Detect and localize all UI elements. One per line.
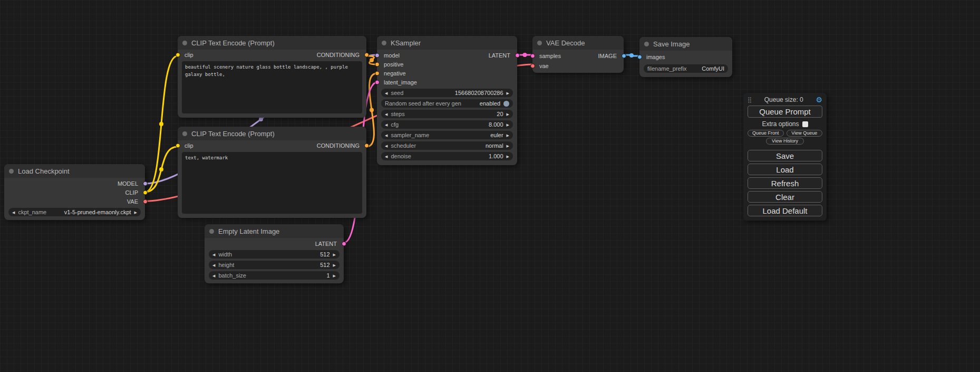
decrement-arrow-icon[interactable]: ◀ bbox=[385, 112, 387, 116]
port-dot-clip-input[interactable] bbox=[176, 144, 180, 148]
increment-arrow-icon[interactable]: ▶ bbox=[507, 123, 509, 127]
node-load-checkpoint[interactable]: Load Checkpoint MODEL CLIP VAE ◀ ckpt_na… bbox=[4, 164, 145, 220]
view-queue-button[interactable]: View Queue bbox=[787, 130, 823, 137]
collapse-dot-icon[interactable] bbox=[382, 41, 386, 45]
port-dot-clip-input[interactable] bbox=[176, 53, 180, 58]
collapse-dot-icon[interactable] bbox=[644, 42, 649, 46]
port-label-latent-image: latent_image bbox=[384, 79, 417, 85]
widget-label: cfg bbox=[391, 121, 399, 128]
node-empty-latent-image[interactable]: Empty Latent Image LATENT ◀ width 512 ▶ … bbox=[205, 224, 344, 283]
decrement-arrow-icon[interactable]: ◀ bbox=[385, 155, 387, 158]
port-row-negative: negative bbox=[377, 69, 517, 78]
queue-front-button[interactable]: Queue Front bbox=[748, 130, 784, 137]
widget-batch-size[interactable]: ◀ batch_size 1 ▶ bbox=[209, 271, 339, 280]
increment-arrow-icon[interactable]: ▶ bbox=[507, 91, 509, 95]
node-title-bar[interactable]: Empty Latent Image bbox=[205, 224, 344, 238]
node-clip-text-encode-positive[interactable]: CLIP Text Encode (Prompt) clip CONDITION… bbox=[178, 36, 366, 118]
widget-denoise[interactable]: ◀ denoise 1.000 ▶ bbox=[381, 152, 513, 160]
port-dot-model-input[interactable] bbox=[375, 53, 380, 58]
port-dot-model-output[interactable] bbox=[143, 181, 148, 186]
widget-steps[interactable]: ◀ steps 20 ▶ bbox=[381, 110, 513, 118]
port-row-samples: samples IMAGE bbox=[532, 51, 624, 61]
widget-label: height bbox=[218, 262, 234, 268]
node-title-bar[interactable]: Load Checkpoint bbox=[4, 164, 145, 178]
node-vae-decode[interactable]: VAE Decode samples IMAGE vae bbox=[532, 36, 624, 73]
widget-ckpt-name[interactable]: ◀ ckpt_name v1-5-pruned-emaonly.ckpt ▶ bbox=[8, 208, 141, 216]
load-button[interactable]: Load bbox=[748, 164, 822, 175]
port-dot-negative-input[interactable] bbox=[375, 71, 380, 75]
load-default-button[interactable]: Load Default bbox=[748, 205, 822, 216]
port-dot-vae-input[interactable] bbox=[530, 63, 535, 68]
port-dot-images-input[interactable] bbox=[637, 55, 642, 60]
node-save-image[interactable]: Save Image images filename_prefix ComfyU… bbox=[639, 37, 732, 77]
widget-width[interactable]: ◀ width 512 ▶ bbox=[209, 250, 339, 259]
decrement-arrow-icon[interactable]: ◀ bbox=[385, 133, 387, 137]
increment-arrow-icon[interactable]: ▶ bbox=[507, 112, 509, 116]
node-title-bar[interactable]: KSampler bbox=[377, 36, 517, 50]
port-dot-latent-image-input[interactable] bbox=[375, 80, 380, 84]
increment-arrow-icon[interactable]: ▶ bbox=[507, 133, 509, 137]
toggle-knob-icon[interactable] bbox=[503, 101, 509, 107]
comfyui-canvas[interactable]: Load Checkpoint MODEL CLIP VAE ◀ ckpt_na… bbox=[0, 0, 980, 372]
collapse-dot-icon[interactable] bbox=[9, 169, 14, 174]
decrement-arrow-icon[interactable]: ◀ bbox=[212, 253, 215, 256]
collapse-dot-icon[interactable] bbox=[209, 229, 214, 234]
port-dot-positive-input[interactable] bbox=[375, 62, 380, 66]
collapse-dot-icon[interactable] bbox=[537, 41, 542, 45]
widget-seed[interactable]: ◀ seed 156680208700286 ▶ bbox=[381, 89, 513, 97]
widget-filename-prefix[interactable]: filename_prefix ComfyUI bbox=[644, 64, 728, 73]
port-row-images: images bbox=[639, 52, 732, 62]
port-label-clip: clip bbox=[185, 142, 193, 149]
port-dot-samples-input[interactable] bbox=[530, 54, 535, 59]
refresh-button[interactable]: Refresh bbox=[748, 177, 822, 189]
increment-arrow-icon[interactable]: ▶ bbox=[333, 253, 336, 256]
port-dot-clip-output[interactable] bbox=[143, 190, 148, 195]
port-dot-conditioning-output[interactable] bbox=[364, 144, 369, 148]
node-clip-text-encode-negative[interactable]: CLIP Text Encode (Prompt) clip CONDITION… bbox=[178, 127, 366, 218]
port-dot-vae-output[interactable] bbox=[143, 199, 148, 204]
node-ksampler[interactable]: KSampler model LATENT positive negative … bbox=[377, 36, 517, 165]
save-button[interactable]: Save bbox=[748, 150, 822, 161]
widget-sampler-name[interactable]: ◀ sampler_name euler ▶ bbox=[381, 131, 513, 139]
clear-button[interactable]: Clear bbox=[748, 191, 822, 203]
node-title-bar[interactable]: VAE Decode bbox=[532, 36, 624, 50]
drag-handle-icon[interactable]: ⣿ bbox=[748, 97, 752, 103]
widget-cfg[interactable]: ◀ cfg 8.000 ▶ bbox=[381, 120, 513, 129]
widget-random-seed-toggle[interactable]: Random seed after every gen enabled bbox=[381, 99, 513, 108]
node-title-bar[interactable]: Save Image bbox=[639, 37, 732, 51]
decrement-arrow-icon[interactable]: ◀ bbox=[385, 144, 387, 148]
decrement-arrow-icon[interactable]: ◀ bbox=[212, 274, 215, 278]
widget-scheduler[interactable]: ◀ scheduler normal ▶ bbox=[381, 141, 513, 150]
decrement-arrow-icon[interactable]: ◀ bbox=[212, 263, 215, 267]
prompt-textarea[interactable]: beautiful scenery nature glass bottle la… bbox=[182, 61, 362, 113]
decrement-arrow-icon[interactable]: ◀ bbox=[12, 211, 15, 214]
port-dot-latent-output[interactable] bbox=[342, 241, 346, 246]
output-row-latent: LATENT bbox=[205, 239, 344, 248]
node-title-bar[interactable]: CLIP Text Encode (Prompt) bbox=[178, 127, 366, 140]
collapse-dot-icon[interactable] bbox=[182, 131, 187, 136]
widget-value: 8.000 bbox=[489, 121, 503, 128]
port-dot-latent-output[interactable] bbox=[515, 53, 520, 58]
port-dot-conditioning-output[interactable] bbox=[364, 53, 369, 58]
settings-gear-icon[interactable]: ⚙ bbox=[816, 96, 822, 104]
increment-arrow-icon[interactable]: ▶ bbox=[134, 211, 137, 214]
widget-value: normal bbox=[486, 142, 503, 149]
port-dot-image-output[interactable] bbox=[622, 54, 626, 59]
view-history-button[interactable]: View History bbox=[766, 138, 804, 145]
node-title-label: VAE Decode bbox=[546, 39, 585, 47]
collapse-dot-icon[interactable] bbox=[182, 41, 187, 45]
queue-prompt-button[interactable]: Queue Prompt bbox=[748, 106, 822, 118]
decrement-arrow-icon[interactable]: ◀ bbox=[385, 91, 387, 95]
widget-height[interactable]: ◀ height 512 ▶ bbox=[209, 261, 339, 269]
increment-arrow-icon[interactable]: ▶ bbox=[507, 155, 509, 158]
node-title-bar[interactable]: CLIP Text Encode (Prompt) bbox=[178, 36, 366, 50]
increment-arrow-icon[interactable]: ▶ bbox=[333, 263, 336, 267]
port-row: clip CONDITIONING bbox=[178, 140, 366, 151]
increment-arrow-icon[interactable]: ▶ bbox=[333, 274, 336, 278]
extra-options-checkbox[interactable] bbox=[802, 121, 808, 127]
decrement-arrow-icon[interactable]: ◀ bbox=[385, 123, 387, 127]
increment-arrow-icon[interactable]: ▶ bbox=[507, 144, 509, 148]
wire-midpoint-dot bbox=[629, 53, 634, 58]
port-label-model: MODEL bbox=[118, 180, 138, 187]
prompt-textarea[interactable]: text, watermark bbox=[182, 152, 362, 214]
